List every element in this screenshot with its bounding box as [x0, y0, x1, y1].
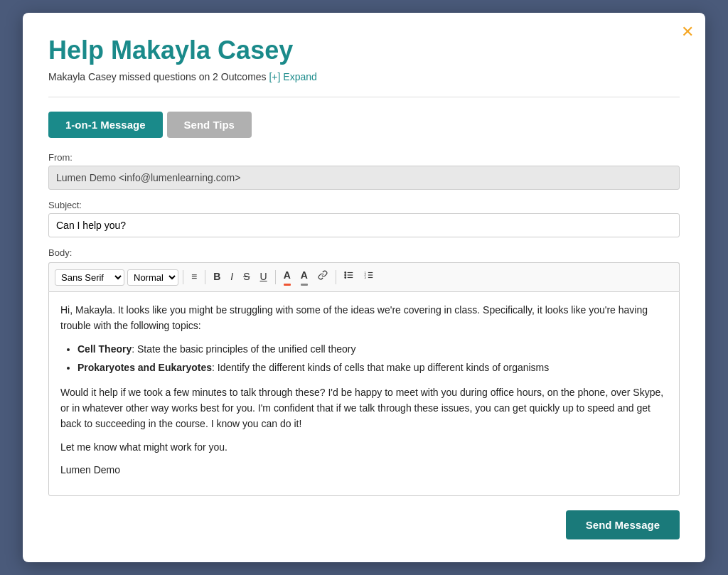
- italic-button[interactable]: I: [227, 269, 237, 286]
- font-color-button[interactable]: A: [280, 267, 294, 287]
- font-family-select[interactable]: Sans Serif Serif Monospace: [55, 269, 124, 286]
- body-signature: Lumen Demo: [60, 462, 668, 478]
- bullet-list-button[interactable]: [341, 269, 358, 286]
- font-size-select[interactable]: Normal Small Large Huge: [127, 269, 178, 286]
- bullet2-rest: : Identify the different kinds of cells …: [212, 362, 549, 373]
- body-section: Body: Sans Serif Serif Monospace Normal …: [48, 247, 680, 495]
- send-message-button[interactable]: Send Message: [566, 510, 680, 539]
- bullet1-bold: Cell Theory: [77, 343, 132, 355]
- link-button[interactable]: [314, 269, 331, 286]
- font-bg-color-button[interactable]: A: [297, 267, 311, 287]
- ordered-list-icon: 1 2 3: [364, 270, 374, 280]
- body-para2: Would it help if we took a few minutes t…: [60, 385, 668, 432]
- subject-input[interactable]: [48, 213, 680, 237]
- from-group: From: Lumen Demo <info@lumenlearning.com…: [48, 152, 680, 190]
- bullet-list-icon: [344, 270, 354, 280]
- toolbar-divider-4: [336, 270, 336, 284]
- bullet-item-2: Prokaryotes and Eukaryotes: Identify the…: [77, 360, 668, 375]
- toolbar-divider-1: [183, 270, 183, 284]
- toolbar: Sans Serif Serif Monospace Normal Small …: [48, 262, 680, 291]
- svg-text:3: 3: [364, 276, 366, 279]
- body-editor[interactable]: Hi, Makayla. It looks like you might be …: [48, 291, 680, 496]
- from-field: Lumen Demo <info@lumenlearning.com>: [48, 166, 680, 190]
- svg-point-3: [345, 272, 346, 274]
- expand-link[interactable]: [+] Expand: [269, 71, 316, 82]
- modal-container: ✕ Help Makayla Casey Makayla Casey misse…: [23, 13, 705, 561]
- strikethrough-button[interactable]: S: [240, 269, 253, 286]
- link-icon: [318, 270, 328, 280]
- tab-send-tips[interactable]: Send Tips: [167, 112, 252, 138]
- ordered-list-button[interactable]: 1 2 3: [360, 269, 378, 286]
- font-color-icon: A: [284, 269, 291, 286]
- svg-point-5: [345, 277, 346, 279]
- body-label: Body:: [48, 247, 680, 258]
- subject-label: Subject:: [48, 200, 680, 210]
- tab-1on1-message[interactable]: 1-on-1 Message: [48, 112, 163, 138]
- subject-group: Subject:: [48, 200, 680, 237]
- toolbar-divider-3: [275, 270, 276, 284]
- close-button[interactable]: ✕: [681, 24, 694, 40]
- bullet-item-1: Cell Theory: State the basic principles …: [77, 341, 668, 357]
- font-bg-icon: A: [301, 269, 308, 286]
- footer: Send Message: [48, 510, 680, 539]
- divider: [48, 97, 680, 97]
- underline-button[interactable]: U: [257, 269, 271, 286]
- align-button[interactable]: ≡: [188, 269, 200, 286]
- subtitle-text: Makayla Casey missed questions on 2 Outc…: [48, 71, 267, 82]
- bullet1-rest: : State the basic principles of the unif…: [132, 343, 355, 355]
- subtitle: Makayla Casey missed questions on 2 Outc…: [48, 71, 680, 82]
- body-intro: Hi, Makayla. It looks like you might be …: [60, 302, 668, 334]
- body-para3: Let me know what might work for you.: [60, 439, 668, 455]
- bullet2-bold: Prokaryotes and Eukaryotes: [77, 362, 212, 373]
- bold-button[interactable]: B: [210, 269, 224, 286]
- toolbar-divider-2: [205, 270, 205, 284]
- page-title: Help Makayla Casey: [48, 36, 680, 65]
- svg-point-4: [345, 275, 346, 276]
- body-list: Cell Theory: State the basic principles …: [77, 341, 668, 376]
- tab-bar: 1-on-1 Message Send Tips: [48, 112, 680, 138]
- from-label: From:: [48, 152, 680, 163]
